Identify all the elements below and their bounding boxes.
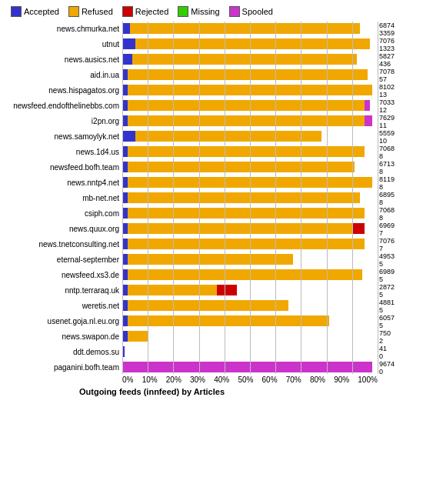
bar-accepted [122, 38, 135, 49]
x-label: 20% [166, 375, 182, 384]
x-label: 10% [142, 375, 158, 384]
legend-rejected-label: Rejected [135, 7, 168, 16]
legend-missing: Missing [178, 6, 219, 17]
rejected-swatch [122, 6, 133, 17]
table-row: utnut70761323 [122, 37, 378, 51]
x-label: 70% [286, 375, 301, 384]
legend-spooled-label: Spooled [242, 7, 273, 16]
value-label: 81198 [378, 176, 395, 192]
row-label: news.chmurka.net [2, 25, 119, 33]
accepted-swatch [11, 6, 22, 17]
bar-accepted [122, 85, 128, 95]
table-row: newsfeed.bofh.team67138 [122, 160, 378, 174]
table-row: newsfeed.endofthelinebbs.com703312 [122, 98, 378, 112]
table-row: ddt.demos.su410 [122, 345, 378, 359]
legend-rejected: Rejected [122, 6, 168, 17]
value-label: 69895 [378, 269, 395, 284]
row-label: ddt.demos.su [2, 348, 119, 356]
x-label: 90% [334, 375, 349, 384]
bar-accepted [122, 54, 132, 65]
value-label: 70767 [378, 238, 395, 253]
row-label: weretis.net [2, 302, 119, 310]
bar-refused [128, 192, 360, 203]
bar-container: 555910 [122, 131, 378, 142]
row-label: news.hispagatos.org [2, 86, 119, 95]
table-row: usenet.goja.nl.eu.org60575 [122, 314, 378, 328]
bar-container: 7502 [122, 331, 378, 342]
chart-container: Accepted Refused Rejected Missing Spoole… [0, 0, 423, 419]
table-row: nntp.terraraq.uk28725 [122, 283, 378, 297]
bar-refused [128, 300, 288, 311]
bar-accepted [122, 23, 130, 34]
table-row: news.samoylyk.net555910 [122, 129, 378, 143]
legend-accepted-label: Accepted [24, 7, 59, 16]
value-label: 70688 [378, 145, 395, 161]
row-label: nntp.terraraq.uk [2, 286, 119, 295]
row-label: aid.in.ua [2, 71, 119, 79]
table-row: eternal-september49535 [122, 252, 378, 266]
bar-refused [128, 162, 355, 172]
row-label: i2pn.org [2, 117, 119, 125]
row-label: news.samoylyk.net [2, 132, 119, 141]
row-label: paganini.bofh.team [2, 363, 119, 372]
bar-rejected [352, 223, 365, 234]
row-label: utnut [2, 40, 119, 48]
bar-refused [128, 223, 352, 234]
legend: Accepted Refused Rejected Missing Spoole… [3, 6, 420, 17]
x-label: 100% [358, 375, 378, 384]
row-label: newsfeed.xs3.de [2, 271, 119, 279]
bar-spooled [365, 100, 370, 111]
bar-refused [128, 239, 365, 249]
value-label: 49535 [378, 253, 395, 269]
bar-container: 70767 [122, 239, 378, 249]
bar-refused [128, 208, 365, 219]
bar-refused [130, 23, 360, 34]
chart-title: Outgoing feeds (innfeed) by Articles [0, 387, 420, 396]
row-label: csiph.com [2, 209, 119, 218]
value-label: 7502 [378, 330, 391, 345]
bar-container: 70688 [122, 146, 378, 157]
bar-refused [135, 38, 370, 49]
legend-accepted: Accepted [11, 6, 59, 17]
bar-accepted [122, 223, 128, 234]
bar-container: 68958 [122, 192, 378, 203]
bar-rejected [217, 285, 238, 295]
bar-refused [128, 100, 365, 111]
table-row: news.tnetconsulting.net70767 [122, 237, 378, 251]
value-label: 70761323 [378, 38, 395, 53]
bar-accepted [122, 346, 125, 357]
table-row: newsfeed.xs3.de69895 [122, 268, 378, 282]
row-label: eternal-september [2, 255, 119, 264]
bar-container: 67138 [122, 162, 378, 172]
bar-refused [128, 331, 148, 342]
bar-container: 28725 [122, 285, 378, 295]
value-label: 68958 [378, 192, 395, 207]
legend-refused-label: Refused [82, 7, 113, 16]
table-row: news.nntp4.net81198 [122, 175, 378, 189]
row-label: mb-net.net [2, 194, 119, 202]
x-label: 40% [214, 375, 229, 384]
table-row: weretis.net48815 [122, 299, 378, 312]
bar-accepted [122, 254, 128, 265]
table-row: paganini.bofh.team96740 [122, 360, 378, 374]
value-label: 707857 [378, 68, 395, 84]
value-label: 5827436 [378, 53, 395, 68]
bar-refused [128, 177, 373, 188]
bar-container: 707857 [122, 69, 378, 80]
bar-accepted [122, 100, 128, 111]
value-label: 410 [378, 345, 387, 361]
bar-accepted [122, 269, 128, 280]
missing-swatch [178, 6, 188, 17]
value-label: 555910 [378, 130, 395, 145]
value-label: 28725 [378, 284, 395, 299]
bar-refused [128, 254, 294, 265]
bar-container: 81198 [122, 177, 378, 188]
table-row: mb-net.net68958 [122, 191, 378, 205]
bar-container: 48815 [122, 300, 378, 311]
bar-accepted [122, 208, 128, 219]
bar-accepted [122, 331, 128, 342]
refused-swatch [68, 6, 79, 17]
bar-refused [132, 54, 357, 65]
bar-accepted [122, 162, 128, 172]
x-label: 30% [190, 375, 205, 384]
